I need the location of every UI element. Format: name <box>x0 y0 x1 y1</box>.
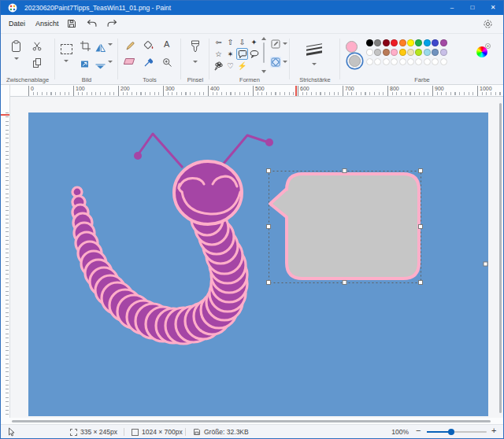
shapes-scrollbar[interactable] <box>261 37 267 73</box>
color-swatch[interactable] <box>432 49 439 56</box>
brush-button[interactable] <box>191 40 200 56</box>
fill-tool-button[interactable] <box>143 39 154 53</box>
minimize-button[interactable]: – <box>442 1 462 15</box>
shape-outline-chevron[interactable] <box>283 42 287 45</box>
pencil-tool-button[interactable] <box>125 40 135 54</box>
color-swatch[interactable] <box>432 39 439 46</box>
color-swatch[interactable] <box>366 58 373 65</box>
shape-arrow-left[interactable]: ⇦ <box>213 36 224 48</box>
zoom-in-button[interactable]: + <box>491 426 496 435</box>
shape-outline-button[interactable] <box>270 39 281 50</box>
save-button[interactable] <box>65 19 78 30</box>
brush-dropdown-chevron[interactable] <box>193 61 198 63</box>
selection-handle[interactable] <box>419 169 423 173</box>
settings-button[interactable] <box>481 19 494 30</box>
flip-vertical-chevron[interactable] <box>108 61 113 63</box>
canvas-resize-handle[interactable] <box>484 262 487 266</box>
text-tool-button[interactable]: A <box>164 40 169 49</box>
shape-star-six[interactable]: ✶ <box>224 48 236 60</box>
color-swatch[interactable] <box>374 58 381 65</box>
shape-fill-button[interactable] <box>270 57 281 68</box>
eraser-tool-button[interactable] <box>124 58 135 65</box>
color-swatch[interactable] <box>391 58 398 65</box>
color-swatch[interactable] <box>407 58 414 65</box>
selection-handle[interactable] <box>267 225 271 229</box>
color-swatch[interactable] <box>407 49 414 56</box>
selection-handle[interactable] <box>419 225 423 229</box>
select-tool-button[interactable] <box>61 44 72 54</box>
shape-arrow-down[interactable]: ⇩ <box>236 36 248 48</box>
color-swatch[interactable] <box>415 39 422 46</box>
color-swatch[interactable] <box>424 39 431 46</box>
selection-handle[interactable] <box>267 169 271 173</box>
color-swatch[interactable] <box>407 39 414 46</box>
color-swatch[interactable] <box>440 39 447 46</box>
edit-colors-button[interactable]: + <box>476 46 487 57</box>
shape-fill-chevron[interactable] <box>283 61 287 63</box>
shape-arrow-up[interactable]: ⇧ <box>224 36 236 48</box>
close-button[interactable]: ✕ <box>483 1 503 15</box>
color2-swatch[interactable] <box>349 55 361 67</box>
shape-heart[interactable]: ♡ <box>224 60 236 72</box>
flip-horizontal-button[interactable] <box>95 41 106 55</box>
color-swatch[interactable] <box>391 39 398 46</box>
color-swatch[interactable] <box>424 49 431 56</box>
undo-button[interactable] <box>86 19 98 30</box>
color-swatch[interactable] <box>415 49 422 56</box>
shapes-scroll-up-icon[interactable] <box>261 37 266 40</box>
color-swatch[interactable] <box>399 39 406 46</box>
color-swatch[interactable] <box>424 58 431 65</box>
color-swatch[interactable] <box>440 58 447 65</box>
color-swatch[interactable] <box>383 49 390 56</box>
eyedropper-tool-button[interactable] <box>143 57 154 71</box>
color-swatch[interactable] <box>432 58 439 65</box>
color-swatch[interactable] <box>391 49 398 56</box>
horizontal-scrollbar[interactable] <box>12 420 491 422</box>
copy-button[interactable] <box>33 58 43 68</box>
color-swatch[interactable] <box>415 58 422 65</box>
menu-ansicht[interactable]: Ansicht <box>35 20 59 28</box>
selection-handle[interactable] <box>267 281 271 285</box>
cut-button[interactable] <box>32 40 42 54</box>
magnifier-tool-button[interactable] <box>162 57 172 71</box>
shape-star-four[interactable]: ✦ <box>248 36 260 48</box>
zoom-slider[interactable] <box>427 431 487 433</box>
color-swatch[interactable] <box>366 49 373 56</box>
selection-handle[interactable] <box>343 281 346 285</box>
stroke-width-chevron[interactable] <box>312 63 317 65</box>
zoom-out-button[interactable]: − <box>416 426 421 435</box>
crop-button[interactable] <box>80 40 91 54</box>
stroke-width-button[interactable] <box>306 45 322 57</box>
color1-swatch[interactable] <box>346 41 358 53</box>
shape-callout-cloud[interactable] <box>213 60 224 72</box>
shape-lightning[interactable]: ⚡ <box>236 60 248 72</box>
color-swatch[interactable] <box>366 39 373 46</box>
shape-callout-oval[interactable] <box>248 48 260 60</box>
resize-button[interactable] <box>80 57 90 72</box>
color-swatch[interactable] <box>374 49 381 56</box>
flip-horizontal-icon <box>95 44 106 52</box>
select-dropdown-chevron[interactable] <box>64 60 69 62</box>
flip-vertical-button[interactable] <box>95 58 106 72</box>
color-swatch[interactable] <box>399 49 406 56</box>
shapes-scroll-down-icon[interactable] <box>261 70 266 73</box>
color-swatch[interactable] <box>383 58 390 65</box>
image-size-icon <box>132 429 139 436</box>
selection-handle[interactable] <box>343 169 346 173</box>
selection-handle[interactable] <box>419 281 423 285</box>
flip-horizontal-chevron[interactable] <box>108 43 113 46</box>
paste-dropdown-chevron[interactable] <box>14 57 19 60</box>
color-swatch[interactable] <box>383 39 390 46</box>
color-swatch[interactable] <box>440 49 447 56</box>
shape-callout-round[interactable] <box>236 48 248 60</box>
vertical-scrollbar[interactable] <box>499 103 502 413</box>
menu-datei[interactable]: Datei <box>9 20 25 28</box>
maximize-button[interactable]: □ <box>462 1 483 15</box>
zoom-slider-thumb[interactable] <box>448 429 454 435</box>
color-swatch[interactable] <box>374 39 381 46</box>
shape-star-five[interactable]: ☆ <box>213 48 224 60</box>
color-swatch[interactable] <box>399 58 406 65</box>
paste-button[interactable] <box>11 40 21 56</box>
paint-canvas[interactable] <box>28 113 488 416</box>
redo-button[interactable] <box>106 19 118 30</box>
